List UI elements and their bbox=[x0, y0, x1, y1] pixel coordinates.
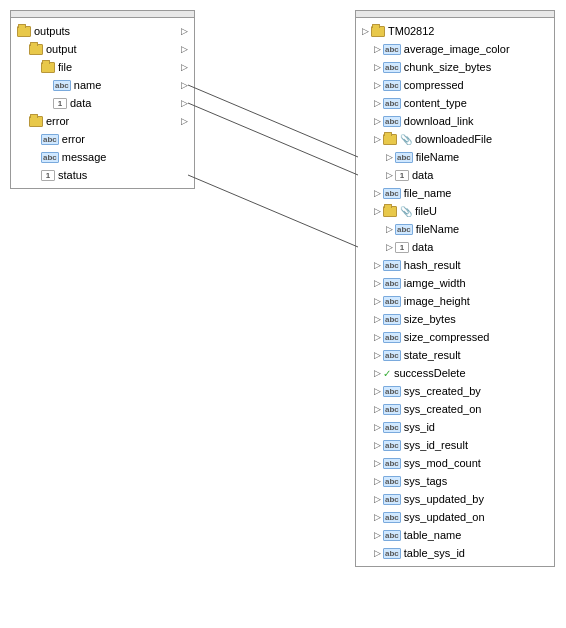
right-tree-item-sys_id_result: ▷abcsys_id_result bbox=[358, 436, 552, 454]
item-label: TM02812 bbox=[388, 25, 434, 37]
item-label: state_result bbox=[404, 349, 461, 361]
right-tree-item-size_bytes: ▷abcsize_bytes bbox=[358, 310, 552, 328]
left-tree-item-error-group: error▷ bbox=[13, 112, 192, 130]
folder-icon bbox=[29, 44, 43, 55]
expand-arrow[interactable]: ▷ bbox=[181, 98, 188, 108]
abc-icon: abc bbox=[383, 278, 401, 289]
right-tree-item-downloadedFile: ▷📎downloadedFile bbox=[358, 130, 552, 148]
item-label: average_image_color bbox=[404, 43, 510, 55]
right-tree-item-state_result: ▷abcstate_result bbox=[358, 346, 552, 364]
expand-arrow[interactable]: ▷ bbox=[374, 314, 381, 324]
left-panel: outputs▷output▷file▷abcname▷1data▷error▷… bbox=[10, 10, 195, 189]
abc-icon: abc bbox=[383, 548, 401, 559]
expand-arrow[interactable]: ▷ bbox=[374, 98, 381, 108]
expand-arrow[interactable]: ▷ bbox=[374, 404, 381, 414]
item-label: table_name bbox=[404, 529, 462, 541]
item-label: error bbox=[62, 133, 85, 145]
expand-arrow[interactable]: ▷ bbox=[374, 530, 381, 540]
item-label: sys_updated_on bbox=[404, 511, 485, 523]
expand-arrow[interactable]: ▷ bbox=[374, 386, 381, 396]
expand-arrow[interactable]: ▷ bbox=[374, 116, 381, 126]
expand-arrow[interactable]: ▷ bbox=[181, 116, 188, 126]
item-label: hash_result bbox=[404, 259, 461, 271]
expand-arrow[interactable]: ▷ bbox=[374, 296, 381, 306]
left-tree-item-file: file▷ bbox=[13, 58, 192, 76]
abc-icon: abc bbox=[383, 332, 401, 343]
expand-arrow[interactable]: ▷ bbox=[386, 242, 393, 252]
abc-icon: abc bbox=[383, 188, 401, 199]
expand-arrow[interactable]: ▷ bbox=[386, 224, 393, 234]
expand-arrow[interactable]: ▷ bbox=[374, 260, 381, 270]
connector-line bbox=[188, 85, 358, 157]
expand-arrow[interactable]: ▷ bbox=[374, 458, 381, 468]
folder-icon bbox=[41, 62, 55, 73]
item-label: iamge_width bbox=[404, 277, 466, 289]
abc-icon: abc bbox=[383, 350, 401, 361]
abc-icon: abc bbox=[383, 260, 401, 271]
expand-arrow[interactable]: ▷ bbox=[181, 26, 188, 36]
abc-icon: abc bbox=[383, 440, 401, 451]
expand-arrow[interactable]: ▷ bbox=[181, 80, 188, 90]
right-tree-item-table_name: ▷abctable_name bbox=[358, 526, 552, 544]
expand-arrow[interactable]: ▷ bbox=[374, 332, 381, 342]
expand-arrow[interactable]: ▷ bbox=[374, 512, 381, 522]
right-tree: ▷TM02812▷abcaverage_image_color▷abcchunk… bbox=[356, 18, 554, 566]
item-label: message bbox=[62, 151, 107, 163]
folder-icon bbox=[371, 26, 385, 37]
expand-arrow[interactable]: ▷ bbox=[386, 152, 393, 162]
expand-arrow[interactable]: ▷ bbox=[181, 62, 188, 72]
expand-arrow[interactable]: ▷ bbox=[374, 368, 381, 378]
expand-arrow[interactable]: ▷ bbox=[374, 80, 381, 90]
abc-icon: abc bbox=[395, 224, 413, 235]
item-label: downloadedFile bbox=[415, 133, 492, 145]
left-tree-item-status: 1status bbox=[13, 166, 192, 184]
item-label: content_type bbox=[404, 97, 467, 109]
item-label: size_compressed bbox=[404, 331, 490, 343]
expand-arrow[interactable]: ▷ bbox=[374, 206, 381, 216]
expand-arrow[interactable]: ▷ bbox=[374, 134, 381, 144]
item-label: data bbox=[412, 241, 433, 253]
expand-arrow[interactable]: ▷ bbox=[374, 422, 381, 432]
expand-arrow[interactable]: ▷ bbox=[362, 26, 369, 36]
expand-arrow[interactable]: ▷ bbox=[374, 548, 381, 558]
expand-arrow[interactable]: ▷ bbox=[374, 62, 381, 72]
expand-arrow[interactable]: ▷ bbox=[374, 44, 381, 54]
expand-arrow[interactable]: ▷ bbox=[374, 350, 381, 360]
abc-icon: abc bbox=[383, 314, 401, 325]
item-label: image_height bbox=[404, 295, 470, 307]
expand-arrow[interactable]: ▷ bbox=[374, 440, 381, 450]
num-icon: 1 bbox=[41, 170, 55, 181]
left-tree-item-outputs: outputs▷ bbox=[13, 22, 192, 40]
folder-clip-icon bbox=[383, 206, 397, 217]
expand-arrow[interactable]: ▷ bbox=[374, 476, 381, 486]
right-tree-item-content_type: ▷abccontent_type bbox=[358, 94, 552, 112]
right-tree-item-data-right: ▷1data bbox=[358, 166, 552, 184]
right-tree-item-TM02812: ▷TM02812 bbox=[358, 22, 552, 40]
left-tree: outputs▷output▷file▷abcname▷1data▷error▷… bbox=[11, 18, 194, 188]
item-label: fileName bbox=[416, 151, 459, 163]
connector-line bbox=[188, 175, 358, 247]
expand-arrow[interactable]: ▷ bbox=[181, 44, 188, 54]
right-tree-item-successDelete: ▷✓successDelete bbox=[358, 364, 552, 382]
abc-icon: abc bbox=[53, 80, 71, 91]
item-label: sys_created_by bbox=[404, 385, 481, 397]
left-tree-item-data: 1data▷ bbox=[13, 94, 192, 112]
right-tree-item-fileU: ▷📎fileU bbox=[358, 202, 552, 220]
expand-arrow[interactable]: ▷ bbox=[386, 170, 393, 180]
expand-arrow[interactable]: ▷ bbox=[374, 494, 381, 504]
right-tree-item-sys_updated_on: ▷abcsys_updated_on bbox=[358, 508, 552, 526]
abc-icon: abc bbox=[395, 152, 413, 163]
expand-arrow[interactable]: ▷ bbox=[374, 188, 381, 198]
abc-icon: abc bbox=[383, 404, 401, 415]
clip-icon: 📎 bbox=[400, 206, 412, 217]
folder-icon bbox=[29, 116, 43, 127]
right-tree-item-hash_result: ▷abchash_result bbox=[358, 256, 552, 274]
right-tree-item-sys_id: ▷abcsys_id bbox=[358, 418, 552, 436]
abc-icon: abc bbox=[383, 44, 401, 55]
abc-icon: abc bbox=[383, 62, 401, 73]
right-tree-item-sys_created_on: ▷abcsys_created_on bbox=[358, 400, 552, 418]
expand-arrow[interactable]: ▷ bbox=[374, 278, 381, 288]
num-icon: 1 bbox=[53, 98, 67, 109]
num-icon: 1 bbox=[395, 242, 409, 253]
right-tree-item-chunk_size_bytes: ▷abcchunk_size_bytes bbox=[358, 58, 552, 76]
